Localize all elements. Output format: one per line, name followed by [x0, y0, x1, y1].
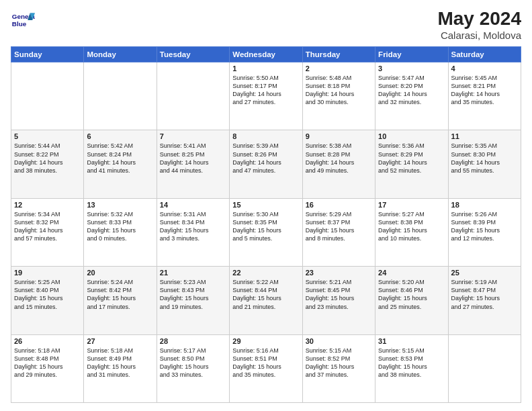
day-number: 9	[306, 132, 372, 140]
location-subtitle: Calarasi, Moldova	[437, 30, 521, 41]
cell-sun-info: Sunrise: 5:26 AM Sunset: 8:39 PM Dayligh…	[451, 210, 518, 243]
day-number: 10	[378, 132, 445, 140]
header: General Blue May 2024 Calarasi, Moldova	[11, 8, 521, 41]
calendar-cell: 18Sunrise: 5:26 AM Sunset: 8:39 PM Dayli…	[448, 198, 521, 266]
day-number: 29	[232, 337, 299, 345]
calendar-cell	[157, 62, 229, 130]
cell-sun-info: Sunrise: 5:48 AM Sunset: 8:18 PM Dayligh…	[306, 74, 372, 107]
day-of-week-header: Saturday	[448, 47, 521, 62]
cell-sun-info: Sunrise: 5:22 AM Sunset: 8:44 PM Dayligh…	[232, 278, 299, 311]
day-number: 31	[378, 337, 445, 345]
cell-sun-info: Sunrise: 5:18 AM Sunset: 8:49 PM Dayligh…	[87, 347, 153, 379]
day-header-row: SundayMondayTuesdayWednesdayThursdayFrid…	[11, 47, 521, 62]
day-number: 28	[160, 337, 226, 345]
cell-sun-info: Sunrise: 5:29 AM Sunset: 8:37 PM Dayligh…	[306, 210, 372, 243]
cell-sun-info: Sunrise: 5:42 AM Sunset: 8:24 PM Dayligh…	[87, 142, 153, 175]
page: General Blue May 2024 Calarasi, Moldova …	[0, 0, 532, 411]
calendar-cell: 9Sunrise: 5:38 AM Sunset: 8:28 PM Daylig…	[302, 130, 375, 198]
cell-sun-info: Sunrise: 5:18 AM Sunset: 8:48 PM Dayligh…	[14, 347, 81, 379]
calendar-cell: 2Sunrise: 5:48 AM Sunset: 8:18 PM Daylig…	[302, 62, 375, 130]
calendar-cell: 30Sunrise: 5:15 AM Sunset: 8:52 PM Dayli…	[302, 334, 375, 402]
calendar-cell: 12Sunrise: 5:34 AM Sunset: 8:32 PM Dayli…	[11, 198, 84, 266]
day-of-week-header: Friday	[375, 47, 448, 62]
cell-sun-info: Sunrise: 5:27 AM Sunset: 8:38 PM Dayligh…	[378, 210, 445, 243]
calendar-cell	[11, 62, 84, 130]
cell-sun-info: Sunrise: 5:47 AM Sunset: 8:20 PM Dayligh…	[378, 74, 445, 107]
cell-sun-info: Sunrise: 5:36 AM Sunset: 8:29 PM Dayligh…	[378, 142, 445, 175]
day-number: 16	[306, 201, 372, 209]
day-number: 30	[306, 337, 372, 345]
logo: General Blue	[11, 8, 35, 32]
day-of-week-header: Tuesday	[157, 47, 229, 62]
day-number: 19	[14, 269, 81, 277]
cell-sun-info: Sunrise: 5:39 AM Sunset: 8:26 PM Dayligh…	[232, 142, 299, 175]
calendar-week-row: 19Sunrise: 5:25 AM Sunset: 8:40 PM Dayli…	[11, 267, 521, 334]
day-of-week-header: Wednesday	[230, 47, 302, 62]
cell-sun-info: Sunrise: 5:38 AM Sunset: 8:28 PM Dayligh…	[306, 142, 372, 175]
calendar-cell: 15Sunrise: 5:30 AM Sunset: 8:35 PM Dayli…	[230, 198, 302, 266]
cell-sun-info: Sunrise: 5:50 AM Sunset: 8:17 PM Dayligh…	[232, 74, 299, 107]
day-number: 21	[160, 269, 226, 277]
svg-text:Blue: Blue	[12, 20, 27, 28]
calendar-cell: 10Sunrise: 5:36 AM Sunset: 8:29 PM Dayli…	[375, 130, 448, 198]
calendar-cell: 23Sunrise: 5:21 AM Sunset: 8:45 PM Dayli…	[302, 267, 375, 334]
calendar-cell: 25Sunrise: 5:19 AM Sunset: 8:47 PM Dayli…	[448, 267, 521, 334]
day-number: 8	[232, 132, 299, 140]
day-number: 17	[378, 201, 445, 209]
day-number: 26	[14, 337, 81, 345]
calendar-cell: 24Sunrise: 5:20 AM Sunset: 8:46 PM Dayli…	[375, 267, 448, 334]
calendar-week-row: 1Sunrise: 5:50 AM Sunset: 8:17 PM Daylig…	[11, 62, 521, 130]
day-number: 3	[378, 64, 445, 73]
day-of-week-header: Thursday	[302, 47, 375, 62]
calendar-cell: 8Sunrise: 5:39 AM Sunset: 8:26 PM Daylig…	[230, 130, 302, 198]
month-year-title: May 2024	[437, 8, 521, 30]
calendar-cell: 3Sunrise: 5:47 AM Sunset: 8:20 PM Daylig…	[375, 62, 448, 130]
calendar-cell: 11Sunrise: 5:35 AM Sunset: 8:30 PM Dayli…	[448, 130, 521, 198]
day-of-week-header: Monday	[84, 47, 157, 62]
day-number: 14	[160, 201, 226, 209]
cell-sun-info: Sunrise: 5:35 AM Sunset: 8:30 PM Dayligh…	[451, 142, 518, 175]
cell-sun-info: Sunrise: 5:21 AM Sunset: 8:45 PM Dayligh…	[306, 278, 372, 311]
calendar-week-row: 5Sunrise: 5:44 AM Sunset: 8:22 PM Daylig…	[11, 130, 521, 198]
calendar-table: SundayMondayTuesdayWednesdayThursdayFrid…	[11, 46, 521, 403]
cell-sun-info: Sunrise: 5:44 AM Sunset: 8:22 PM Dayligh…	[14, 142, 81, 175]
day-number: 15	[232, 201, 299, 209]
calendar-cell: 16Sunrise: 5:29 AM Sunset: 8:37 PM Dayli…	[302, 198, 375, 266]
cell-sun-info: Sunrise: 5:15 AM Sunset: 8:52 PM Dayligh…	[306, 347, 372, 379]
day-number: 5	[14, 132, 81, 140]
calendar-cell: 22Sunrise: 5:22 AM Sunset: 8:44 PM Dayli…	[230, 267, 302, 334]
calendar-week-row: 26Sunrise: 5:18 AM Sunset: 8:48 PM Dayli…	[11, 334, 521, 402]
day-number: 2	[306, 64, 372, 73]
day-number: 13	[87, 201, 153, 209]
cell-sun-info: Sunrise: 5:41 AM Sunset: 8:25 PM Dayligh…	[160, 142, 226, 175]
calendar-cell: 13Sunrise: 5:32 AM Sunset: 8:33 PM Dayli…	[84, 198, 157, 266]
calendar-cell: 29Sunrise: 5:16 AM Sunset: 8:51 PM Dayli…	[230, 334, 302, 402]
day-number: 25	[451, 269, 518, 277]
day-number: 18	[451, 201, 518, 209]
calendar-cell: 1Sunrise: 5:50 AM Sunset: 8:17 PM Daylig…	[230, 62, 302, 130]
calendar-cell: 19Sunrise: 5:25 AM Sunset: 8:40 PM Dayli…	[11, 267, 84, 334]
calendar-cell	[448, 334, 521, 402]
day-of-week-header: Sunday	[11, 47, 84, 62]
generalblue-logo-icon: General Blue	[11, 8, 35, 32]
calendar-cell: 21Sunrise: 5:23 AM Sunset: 8:43 PM Dayli…	[157, 267, 229, 334]
cell-sun-info: Sunrise: 5:30 AM Sunset: 8:35 PM Dayligh…	[232, 210, 299, 243]
day-number: 23	[306, 269, 372, 277]
day-number: 24	[378, 269, 445, 277]
day-number: 11	[451, 132, 518, 140]
cell-sun-info: Sunrise: 5:16 AM Sunset: 8:51 PM Dayligh…	[232, 347, 299, 379]
calendar-cell: 6Sunrise: 5:42 AM Sunset: 8:24 PM Daylig…	[84, 130, 157, 198]
cell-sun-info: Sunrise: 5:23 AM Sunset: 8:43 PM Dayligh…	[160, 278, 226, 311]
calendar-cell: 7Sunrise: 5:41 AM Sunset: 8:25 PM Daylig…	[157, 130, 229, 198]
calendar-cell: 17Sunrise: 5:27 AM Sunset: 8:38 PM Dayli…	[375, 198, 448, 266]
calendar-cell: 28Sunrise: 5:17 AM Sunset: 8:50 PM Dayli…	[157, 334, 229, 402]
calendar-cell: 14Sunrise: 5:31 AM Sunset: 8:34 PM Dayli…	[157, 198, 229, 266]
calendar-week-row: 12Sunrise: 5:34 AM Sunset: 8:32 PM Dayli…	[11, 198, 521, 266]
calendar-cell: 26Sunrise: 5:18 AM Sunset: 8:48 PM Dayli…	[11, 334, 84, 402]
calendar-cell: 4Sunrise: 5:45 AM Sunset: 8:21 PM Daylig…	[448, 62, 521, 130]
calendar-cell	[84, 62, 157, 130]
cell-sun-info: Sunrise: 5:25 AM Sunset: 8:40 PM Dayligh…	[14, 278, 81, 311]
cell-sun-info: Sunrise: 5:32 AM Sunset: 8:33 PM Dayligh…	[87, 210, 153, 243]
day-number: 7	[160, 132, 226, 140]
day-number: 27	[87, 337, 153, 345]
